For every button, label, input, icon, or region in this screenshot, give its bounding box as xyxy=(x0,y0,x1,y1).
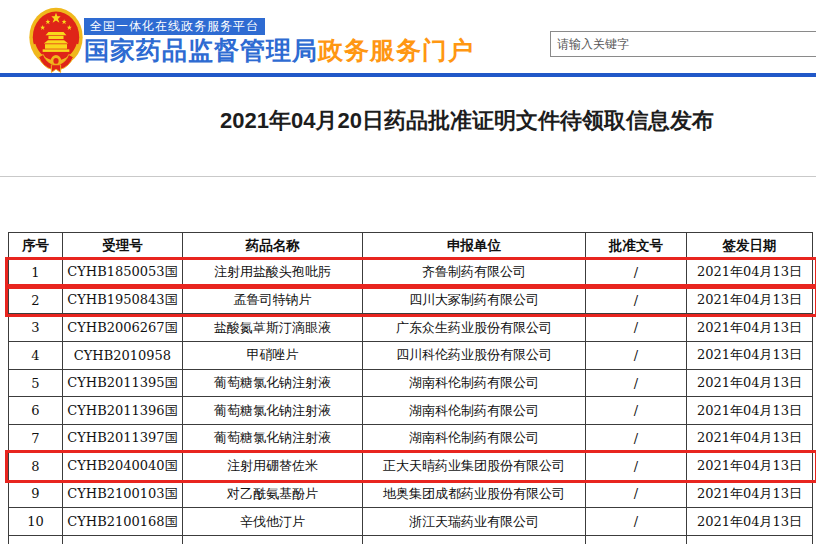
site-title: 国家药品监督管理局政务服务门户 xyxy=(84,35,474,65)
col-header-issue-date: 签发日期 xyxy=(687,233,813,259)
table-row: 10CYHB2100168国辛伐他汀片浙江天瑞药业有限公司/2021年04月13… xyxy=(9,508,813,536)
cell-issue-date: 2021年04月13日 xyxy=(687,314,813,342)
cell-no: 8 xyxy=(9,452,63,480)
col-header-no: 序号 xyxy=(9,233,63,259)
cell-no: 2 xyxy=(9,286,63,314)
cell-applicant: 广东众生药业股份有限公司 xyxy=(363,314,586,342)
cell-approval-no: / xyxy=(586,369,687,397)
cell-applicant: 地奥集团成都药业股份有限公司 xyxy=(363,480,586,508)
cell-approval-no: / xyxy=(586,259,687,287)
cell-issue-date: 2021年04月13日 xyxy=(687,397,813,425)
cell-no: 10 xyxy=(9,508,63,536)
cell-issue-date: 2021年04月13日 xyxy=(687,425,813,453)
cell-drug-name: 孟鲁司特钠片 xyxy=(183,286,363,314)
approval-table-body: 1CYHB1850053国注射用盐酸头孢吡肟齐鲁制药有限公司/2021年04月1… xyxy=(9,259,813,544)
col-header-applicant: 申报单位 xyxy=(363,233,586,259)
title-divider xyxy=(0,176,816,177)
cell-issue-date: 2021年04月13日 xyxy=(687,342,813,370)
cell-no: 3 xyxy=(9,314,63,342)
cell-drug-name: 葡萄糖氯化钠注射液 xyxy=(183,369,363,397)
cell-empty xyxy=(63,535,183,544)
table-row: 8CYHB2040040国注射用硼替佐米正大天晴药业集团股份有限公司/2021年… xyxy=(9,452,813,480)
table-row: 9CYHB2100103国对乙酰氨基酚片地奥集团成都药业股份有限公司/2021年… xyxy=(9,480,813,508)
col-header-approval-no: 批准文号 xyxy=(586,233,687,259)
cell-acceptance-no: CYHB2100168国 xyxy=(63,508,183,536)
cell-applicant: 齐鲁制药有限公司 xyxy=(363,259,586,287)
cell-approval-no: / xyxy=(586,342,687,370)
cell-acceptance-no: CYHB1950843国 xyxy=(63,286,183,314)
table-row: 4CYHB2010958甲硝唑片四川科伦药业股份有限公司/2021年04月13日 xyxy=(9,342,813,370)
cell-issue-date: 2021年04月13日 xyxy=(687,452,813,480)
cell-empty xyxy=(687,535,813,544)
cell-approval-no: / xyxy=(586,480,687,508)
header-divider xyxy=(0,73,816,77)
cell-drug-name: 葡萄糖氯化钠注射液 xyxy=(183,425,363,453)
table-row: 6CYHB2011396国葡萄糖氯化钠注射液湖南科伦制药有限公司/2021年04… xyxy=(9,397,813,425)
cell-acceptance-no: CYHB2011395国 xyxy=(63,369,183,397)
cell-issue-date: 2021年04月13日 xyxy=(687,480,813,508)
table-row: 1CYHB1850053国注射用盐酸头孢吡肟齐鲁制药有限公司/2021年04月1… xyxy=(9,259,813,287)
cell-issue-date: 2021年04月13日 xyxy=(687,286,813,314)
table-row-partial xyxy=(9,535,813,544)
platform-badge: 全国一体化在线政务服务平台 xyxy=(84,18,265,35)
site-name: 国家药品监督管理局 xyxy=(84,36,318,64)
col-header-drug-name: 药品名称 xyxy=(183,233,363,259)
cell-no: 1 xyxy=(9,259,63,287)
cell-issue-date: 2021年04月13日 xyxy=(687,369,813,397)
cell-applicant: 正大天晴药业集团股份有限公司 xyxy=(363,452,586,480)
cell-empty xyxy=(183,535,363,544)
table-row: 3CYHB2006267国盐酸氮䓬斯汀滴眼液广东众生药业股份有限公司/2021年… xyxy=(9,314,813,342)
cell-drug-name: 葡萄糖氯化钠注射液 xyxy=(183,397,363,425)
cell-acceptance-no: CYHB2010958 xyxy=(63,342,183,370)
cell-issue-date: 2021年04月13日 xyxy=(687,259,813,287)
table-row: 5CYHB2011395国葡萄糖氯化钠注射液湖南科伦制药有限公司/2021年04… xyxy=(9,369,813,397)
cell-applicant: 湖南科伦制药有限公司 xyxy=(363,369,586,397)
cell-empty xyxy=(586,535,687,544)
cell-acceptance-no: CYHB2011397国 xyxy=(63,425,183,453)
cell-empty xyxy=(363,535,586,544)
cell-applicant: 四川大冢制药有限公司 xyxy=(363,286,586,314)
cell-applicant: 浙江天瑞药业有限公司 xyxy=(363,508,586,536)
cell-applicant: 四川科伦药业股份有限公司 xyxy=(363,342,586,370)
table-row: 2CYHB1950843国孟鲁司特钠片四川大冢制药有限公司/2021年04月13… xyxy=(9,286,813,314)
cell-drug-name: 注射用硼替佐米 xyxy=(183,452,363,480)
cell-approval-no: / xyxy=(586,508,687,536)
table-row: 7CYHB2011397国葡萄糖氯化钠注射液湖南科伦制药有限公司/2021年04… xyxy=(9,425,813,453)
table-header-row: 序号 受理号 药品名称 申报单位 批准文号 签发日期 xyxy=(9,233,813,259)
cell-drug-name: 对乙酰氨基酚片 xyxy=(183,480,363,508)
cell-drug-name: 甲硝唑片 xyxy=(183,342,363,370)
approval-table-wrap: 序号 受理号 药品名称 申报单位 批准文号 签发日期 1CYHB1850053国… xyxy=(8,232,813,544)
cell-applicant: 湖南科伦制药有限公司 xyxy=(363,397,586,425)
cell-approval-no: / xyxy=(586,314,687,342)
cell-acceptance-no: CYHB2040040国 xyxy=(63,452,183,480)
cell-no: 7 xyxy=(9,425,63,453)
cell-acceptance-no: CYHB2011396国 xyxy=(63,397,183,425)
cell-no: 5 xyxy=(9,369,63,397)
cell-acceptance-no: CYHB2006267国 xyxy=(63,314,183,342)
page-title: 2021年04月20日药品批准证明文件待领取信息发布 xyxy=(118,104,816,138)
site-suffix: 政务服务门户 xyxy=(318,36,474,64)
cell-acceptance-no: CYHB2100103国 xyxy=(63,480,183,508)
cell-drug-name: 注射用盐酸头孢吡肟 xyxy=(183,259,363,287)
search-input[interactable] xyxy=(550,31,816,57)
cell-no: 9 xyxy=(9,480,63,508)
cell-approval-no: / xyxy=(586,425,687,453)
cell-applicant: 湖南科伦制药有限公司 xyxy=(363,425,586,453)
cell-acceptance-no: CYHB1850053国 xyxy=(63,259,183,287)
cell-no: 6 xyxy=(9,397,63,425)
cell-approval-no: / xyxy=(586,397,687,425)
cell-drug-name: 盐酸氮䓬斯汀滴眼液 xyxy=(183,314,363,342)
cell-approval-no: / xyxy=(586,286,687,314)
national-emblem-logo-icon[interactable] xyxy=(27,7,85,75)
cell-empty xyxy=(9,535,63,544)
approval-table: 序号 受理号 药品名称 申报单位 批准文号 签发日期 1CYHB1850053国… xyxy=(8,232,813,544)
cell-drug-name: 辛伐他汀片 xyxy=(183,508,363,536)
page: 全国一体化在线政务服务平台 国家药品监督管理局政务服务门户 2021年04月20… xyxy=(0,0,816,544)
cell-no: 4 xyxy=(9,342,63,370)
cell-approval-no: / xyxy=(586,452,687,480)
cell-issue-date: 2021年04月13日 xyxy=(687,508,813,536)
col-header-acceptance-no: 受理号 xyxy=(63,233,183,259)
